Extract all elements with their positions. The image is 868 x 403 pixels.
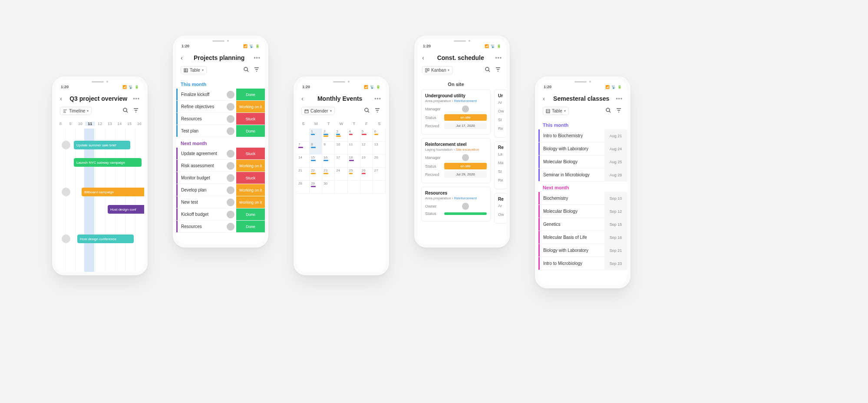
kanban-board[interactable]: On site Underground utility Area prepara… (418, 78, 506, 227)
table-row[interactable]: Update agreement Stuck (176, 148, 265, 160)
search-icon[interactable] (242, 66, 250, 75)
calendar-cell[interactable]: 20 (373, 155, 386, 168)
event-bar[interactable] (323, 135, 328, 137)
calendar-cell[interactable] (297, 129, 310, 142)
event-bar[interactable] (362, 134, 366, 135)
back-icon[interactable]: ‹ (301, 95, 305, 102)
calendar-cell[interactable]: 11 (348, 142, 360, 155)
calendar-cell[interactable]: 10 (335, 142, 347, 155)
back-icon[interactable]: ‹ (181, 54, 185, 61)
timeline-bar[interactable]: Launch NYC subway campaign (74, 158, 142, 167)
group-label[interactable]: Next month (176, 137, 265, 148)
status-pill[interactable]: Done (236, 208, 265, 220)
status-pill[interactable]: Stuck (236, 113, 265, 125)
table-row[interactable]: Kickoff budget Done (176, 208, 265, 221)
status-pill[interactable]: on site (444, 163, 487, 169)
table-row[interactable]: Monitor budget Stuck (176, 172, 265, 184)
list-item[interactable]: Seminar in Microbiology Aug 28 (538, 168, 627, 182)
event-bar[interactable] (311, 173, 316, 174)
calendar-cell[interactable]: 16 (322, 155, 335, 168)
event-bar[interactable] (362, 173, 366, 174)
table-row[interactable]: Develop plan Working on it (176, 184, 265, 196)
back-icon[interactable]: ‹ (422, 54, 426, 61)
view-selector[interactable]: Timeline ▾ (60, 107, 92, 115)
list-item[interactable]: Intro to Microbiology Sep 23 (538, 257, 627, 270)
event-bar[interactable] (323, 160, 328, 161)
calendar-cell[interactable] (335, 181, 347, 194)
back-icon[interactable]: ‹ (543, 95, 547, 102)
status-pill[interactable]: Done (236, 89, 265, 100)
status-pill[interactable]: Working on it (236, 160, 265, 172)
timeline-date[interactable]: 16 (134, 122, 144, 126)
calendar-cell[interactable] (348, 181, 360, 194)
calendar-cell[interactable]: 26 (360, 168, 373, 181)
search-icon[interactable] (604, 106, 612, 116)
calendar-cell[interactable]: 2 (322, 129, 335, 142)
timeline-date[interactable]: 12 (95, 122, 105, 126)
calendar-cell[interactable]: 4 (348, 129, 360, 142)
timeline-date[interactable]: 15 (125, 122, 135, 126)
calendar-cell[interactable]: 24 (335, 168, 347, 181)
filter-icon[interactable] (615, 106, 623, 116)
list-item[interactable]: Molecular Basis of Life Sep 16 (538, 231, 627, 244)
timeline-bar[interactable]: Update summer sale brief (74, 141, 130, 149)
search-icon[interactable] (122, 106, 129, 116)
status-pill[interactable]: Working on it (236, 101, 265, 112)
list-item[interactable]: Biochemistry Sep 10 (538, 192, 627, 205)
calendar-cell[interactable]: 23 (322, 168, 335, 181)
more-icon[interactable]: ••• (374, 96, 381, 102)
list-item[interactable]: Genetics Sep 15 (538, 218, 627, 231)
timeline-date[interactable]: 14 (115, 122, 125, 126)
kanban-card[interactable]: Reinforcement steel Laying foundation › … (421, 138, 491, 183)
timeline-body[interactable]: Update summer sale briefLaunch NYC subwa… (56, 129, 144, 272)
kanban-card-peek[interactable]: UrArOwStRe (494, 89, 506, 138)
calendar-cell[interactable]: 18 (348, 155, 360, 168)
kanban-card-peek[interactable]: ReArOw (494, 193, 506, 224)
table-row[interactable]: Refine objectives Working on it (176, 101, 265, 113)
more-icon[interactable]: ••• (616, 96, 623, 102)
calendar-cell[interactable]: 25 (348, 168, 360, 181)
event-bar[interactable] (298, 147, 303, 148)
calendar-cell[interactable]: 8 (310, 142, 322, 155)
back-icon[interactable]: ‹ (60, 95, 64, 102)
more-icon[interactable]: ••• (254, 55, 261, 61)
more-icon[interactable]: ••• (495, 55, 502, 61)
timeline-date[interactable]: 9 (66, 122, 76, 126)
calendar-cell[interactable]: 9 (322, 142, 335, 155)
table-row[interactable]: Resources Stuck (176, 113, 265, 125)
status-pill[interactable] (444, 212, 487, 215)
calendar-cell[interactable]: 28 (297, 181, 310, 194)
status-pill[interactable]: Stuck (236, 148, 265, 159)
filter-icon[interactable] (494, 66, 502, 75)
timeline-bar[interactable]: Billboard campaign (82, 188, 147, 196)
view-selector[interactable]: Table ▾ (181, 66, 207, 74)
table-row[interactable]: New test Working on it (176, 196, 265, 208)
status-pill[interactable]: Working on it (236, 196, 265, 208)
calendar-cell[interactable]: 12 (360, 142, 373, 155)
filter-icon[interactable] (253, 66, 261, 75)
event-bar[interactable] (323, 173, 328, 174)
event-bar[interactable] (336, 134, 340, 135)
calendar-cell[interactable]: 3 (335, 129, 347, 142)
event-bar[interactable] (311, 160, 316, 161)
event-bar[interactable] (349, 134, 353, 135)
status-pill[interactable]: Done (236, 221, 265, 232)
list-item[interactable]: Molecular Biology Sep 12 (538, 205, 627, 218)
search-icon[interactable] (484, 66, 492, 75)
timeline-bar[interactable]: Host design conf (108, 205, 147, 214)
list-item[interactable]: Intro to Biochemistry Aug 21 (538, 129, 627, 142)
search-icon[interactable] (363, 106, 371, 116)
calendar-cell[interactable]: 29 (310, 181, 322, 194)
list-item[interactable]: Molecular Biology Aug 25 (538, 155, 627, 168)
kanban-card-peek[interactable]: ReLaMaStRe (494, 141, 506, 189)
table-row[interactable]: Finalize kickoff Done (176, 89, 265, 101)
calendar-cell[interactable]: 5 (360, 129, 373, 142)
kanban-card[interactable]: Underground utility Area preparation › R… (421, 89, 491, 135)
group-label[interactable]: Next month (538, 182, 627, 192)
calendar-cell[interactable] (360, 181, 373, 194)
status-pill[interactable]: Stuck (236, 172, 265, 184)
calendar-cell[interactable]: 1 (310, 129, 322, 142)
view-selector[interactable]: Table ▾ (543, 107, 569, 115)
status-pill[interactable]: Working on it (236, 184, 265, 196)
kanban-card[interactable]: Resources Area preparation › Reinforceme… (421, 187, 491, 221)
